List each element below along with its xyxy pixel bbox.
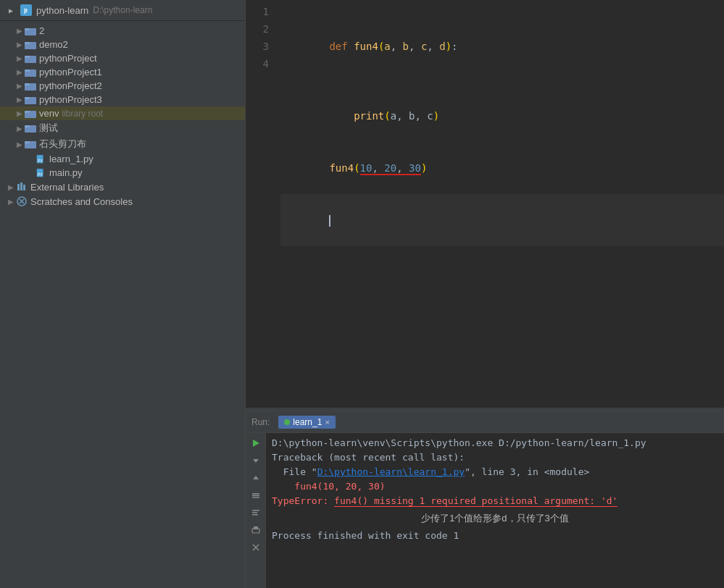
svg-rect-15 xyxy=(25,111,30,113)
arrow-pythonproject[interactable] xyxy=(14,54,25,64)
fn-fun4: fun4 xyxy=(354,41,378,52)
label-pythonproject3: pythonProject3 xyxy=(39,94,102,105)
svg-rect-26 xyxy=(23,185,25,190)
svg-marker-30 xyxy=(253,440,259,447)
arrow-2[interactable] xyxy=(14,26,25,36)
arrow-ceshi[interactable] xyxy=(14,123,25,133)
svg-rect-34 xyxy=(252,495,259,497)
traceback-link[interactable]: D:\python-learn\learn_1.py xyxy=(317,466,465,477)
right-panel: 1 2 3 4 ⊖ def fun4(a, b, c, d): ⊟ print(… xyxy=(246,0,724,588)
svg-rect-9 xyxy=(25,70,30,72)
folder-icon-pythonproject xyxy=(25,54,36,63)
sidebar-item-scratches[interactable]: Scratches and Consoles xyxy=(0,194,245,209)
line-num-3: 3 xyxy=(246,38,269,55)
ext-libraries-icon xyxy=(16,181,28,193)
scroll-up-button[interactable] xyxy=(249,471,263,485)
scroll-down-button[interactable] xyxy=(249,453,263,468)
label-pythonproject1: pythonProject1 xyxy=(39,67,102,77)
folder-icon-pythonproject1 xyxy=(25,68,36,77)
arrow-rock[interactable] xyxy=(14,139,25,149)
label-scratches: Scratches and Consoles xyxy=(30,196,133,207)
output-line-4: fun4(10, 20, 30) xyxy=(272,479,718,494)
line-num-4: 4 xyxy=(246,55,269,72)
label-pythonproject2: pythonProject2 xyxy=(39,80,102,91)
code-line-3: fun4(10, 20, 30) xyxy=(280,142,724,194)
code-line-4 xyxy=(280,194,724,246)
sidebar-tree: 2 demo2 pythonProject pythonProject1 xyxy=(0,21,245,588)
wrap-button[interactable] xyxy=(249,505,263,520)
arrow-pythonproject3[interactable] xyxy=(14,95,25,105)
sidebar-item-learn1py[interactable]: py learn_1.py xyxy=(0,152,245,166)
code-lines[interactable]: ⊖ def fun4(a, b, c, d): ⊟ print(a, b, c)… xyxy=(275,0,724,408)
sidebar-item-2[interactable]: 2 xyxy=(0,24,245,38)
print-button[interactable] xyxy=(249,523,263,537)
svg-rect-33 xyxy=(252,493,259,495)
svg-text:py: py xyxy=(38,170,43,176)
chinese-annotation: 少传了1个值给形参d，只传了3个值 xyxy=(421,513,569,524)
svg-rect-36 xyxy=(252,510,259,511)
output-line-5: TypeError: fun4() missing 1 required pos… xyxy=(272,494,718,508)
sidebar-item-venv[interactable]: venv library root xyxy=(0,106,245,120)
error-underline: fun4() missing 1 required positional arg… xyxy=(334,495,617,507)
arrow-extlib[interactable] xyxy=(6,182,16,192)
svg-rect-25 xyxy=(20,182,22,190)
sidebar-item-external-libraries[interactable]: External Libraries xyxy=(0,180,245,194)
label-pythonproject: pythonProject xyxy=(39,53,97,64)
folder-icon-pythonproject3 xyxy=(25,96,36,104)
run-toolbar xyxy=(246,433,266,588)
folder-icon-rock xyxy=(25,140,36,148)
sidebar-item-pythonproject3[interactable]: pythonProject3 xyxy=(0,93,245,106)
tab-status-dot xyxy=(284,419,290,425)
svg-rect-3 xyxy=(25,28,30,30)
sidebar-item-pythonproject[interactable]: pythonProject xyxy=(0,51,245,65)
project-path: D:\python-learn xyxy=(93,5,152,15)
code-editor[interactable]: 1 2 3 4 ⊖ def fun4(a, b, c, d): ⊟ print(… xyxy=(246,0,724,408)
sidebar-item-ceshi[interactable]: 测试 xyxy=(0,120,245,136)
label-venv: venv xyxy=(39,108,59,119)
label-learn1py: learn_1.py xyxy=(49,154,93,164)
svg-rect-37 xyxy=(252,512,257,513)
output-line-6: Process finished with exit code 1 xyxy=(272,529,718,543)
sidebar: p python-learn D:\python-learn 2 demo2 xyxy=(0,0,245,588)
svg-rect-19 xyxy=(25,141,30,143)
arrow-scratches[interactable] xyxy=(6,196,16,206)
label-2: 2 xyxy=(39,25,44,36)
svg-rect-13 xyxy=(25,97,30,99)
label-external-libraries: External Libraries xyxy=(30,182,104,193)
folder-icon-demo2 xyxy=(25,41,36,49)
project-arrow[interactable] xyxy=(6,5,16,15)
code-line-2: ⊟ print(a, b, c) xyxy=(280,72,724,142)
run-tab-learn1[interactable]: learn_1 × xyxy=(278,416,335,429)
project-icon: p xyxy=(20,4,32,16)
project-header[interactable]: p python-learn D:\python-learn xyxy=(0,0,245,21)
run-button[interactable] xyxy=(249,436,263,450)
sidebar-item-mainpy[interactable]: py main.py xyxy=(0,166,245,180)
sidebar-item-pythonproject1[interactable]: pythonProject1 xyxy=(0,65,245,79)
run-panel-content: D:\python-learn\venv\Scripts\python.exe … xyxy=(246,433,724,588)
arrow-pythonproject2[interactable] xyxy=(14,81,25,91)
arrow-pythonproject1[interactable] xyxy=(14,67,25,77)
sidebar-item-demo2[interactable]: demo2 xyxy=(0,38,245,51)
clear-button[interactable] xyxy=(249,540,263,555)
code-line-1: ⊖ def fun4(a, b, c, d): xyxy=(280,3,724,72)
file-icon-learn1: py xyxy=(35,154,46,164)
arrow-demo2[interactable] xyxy=(14,40,25,50)
tab-close-btn[interactable]: × xyxy=(325,418,329,427)
arrow-venv[interactable] xyxy=(14,109,25,119)
svg-text:py: py xyxy=(38,156,43,162)
run-label: Run: xyxy=(251,417,270,427)
sidebar-item-pythonproject2[interactable]: pythonProject2 xyxy=(0,79,245,93)
line-num-2: 2 xyxy=(246,20,269,38)
svg-rect-38 xyxy=(252,514,258,516)
run-panel: Run: learn_1 × xyxy=(246,411,724,588)
settings-button[interactable] xyxy=(249,488,263,503)
line-num-1: 1 xyxy=(246,3,269,20)
file-icon-main: py xyxy=(35,168,46,178)
output-line-2: Traceback (most recent call last): xyxy=(272,450,718,465)
svg-rect-5 xyxy=(25,42,30,44)
sidebar-item-rock[interactable]: 石头剪刀布 xyxy=(0,136,245,152)
folder-icon-ceshi xyxy=(25,124,36,133)
run-output: D:\python-learn\venv\Scripts\python.exe … xyxy=(266,433,724,588)
svg-text:p: p xyxy=(24,7,28,14)
svg-rect-17 xyxy=(25,125,30,127)
